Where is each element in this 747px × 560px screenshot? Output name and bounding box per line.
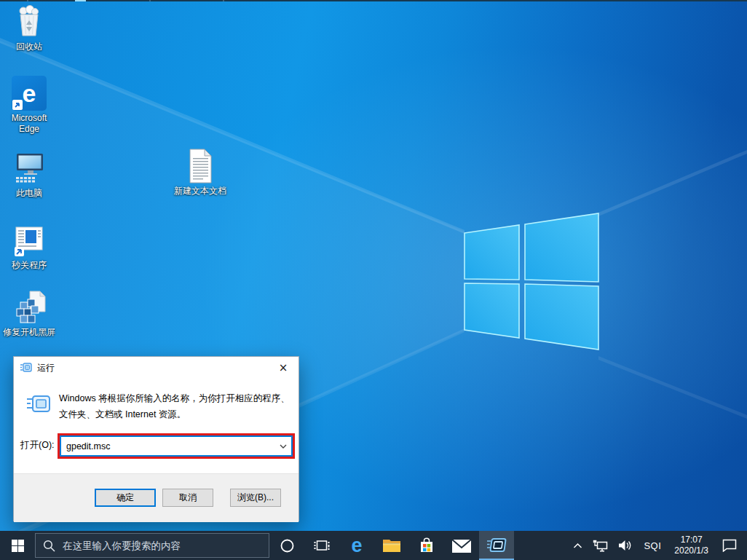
registry-icon [11,290,47,325]
mail-button[interactable] [444,531,479,560]
desktop-icon-label: 回收站 [16,42,42,52]
ime-indicator[interactable]: SQI [637,531,668,560]
run-dialog-icon [20,363,32,373]
taskbar-search[interactable] [35,533,269,558]
dialog-footer: 确定 取消 浏览(B)... [14,473,299,522]
taskbar: e [0,531,747,560]
desktop-icon-label: 此电脑 [16,188,42,199]
desktop-icon-recycle-bin[interactable]: 回收站 [0,4,58,52]
close-icon[interactable]: × [268,357,299,379]
text-document-icon [187,149,213,184]
tray-chevron-up-icon[interactable] [568,531,588,560]
task-view-icon [314,539,330,552]
run-dialog-titlebar[interactable]: 运行 × [14,357,299,379]
cortana-button[interactable] [269,531,304,560]
desktop-icon-label: 新建文本文档 [174,186,226,197]
top-window-edge [0,0,747,1]
store-button[interactable] [409,531,444,560]
red-highlight-box [58,433,295,459]
desktop-icon-label: 修复开机黑屏 [3,327,55,338]
desktop-icon-microsoft-edge[interactable]: e Microsoft Edge [0,76,58,135]
network-icon[interactable] [588,531,613,560]
run-dialog-body-icon [26,395,51,417]
search-input[interactable] [63,540,261,551]
this-pc-icon [12,151,47,186]
tray-time: 17:07 [681,535,703,545]
run-app-taskbar-button[interactable] [479,531,514,560]
desktop-icon-label: Microsoft Edge [0,113,58,135]
dialog-description: Windows 将根据你所输入的名称，为你打开相应的程序、 文件夹、文档或 In… [59,390,292,422]
run-dialog: 运行 × Windows 将根据你所输入的名称，为你打开相应的程序、 文件夹、文… [13,356,299,521]
volume-icon[interactable] [613,531,637,560]
desktop-icon-app-shortcut[interactable]: 秒关程序 [0,223,58,271]
desktop-icon-label: 秒关程序 [12,260,47,271]
start-icon [12,540,24,552]
system-tray: SQI 17:07 2020/1/3 [568,531,747,560]
cortana-icon [280,539,294,553]
dialog-title: 运行 [37,362,55,374]
edge-icon: e [12,76,47,111]
store-icon [418,537,435,554]
dropdown-chevron-icon[interactable] [275,444,291,449]
edge-taskbar-button[interactable]: e [339,531,374,560]
run-command-combobox[interactable] [60,435,293,457]
desktop-icon-text-document[interactable]: 新建文本文档 [171,149,229,197]
desktop-icon-registry-fix[interactable]: 修复开机黑屏 [0,290,58,338]
mail-icon [452,539,471,553]
app-window-icon [12,223,47,258]
browse-button[interactable]: 浏览(B)... [230,489,281,507]
edge-icon: e [351,536,362,556]
open-field-label: 打开(O): [20,439,55,451]
run-command-input[interactable] [61,441,275,451]
run-app-icon [486,537,507,553]
task-view-button[interactable] [304,531,339,560]
desktop-icon-this-pc[interactable]: 此电脑 [0,151,58,199]
cancel-button[interactable]: 取消 [162,489,213,507]
search-icon [43,540,55,552]
start-button[interactable] [0,531,35,560]
ok-button[interactable]: 确定 [95,489,156,507]
action-center-icon[interactable] [715,531,747,560]
clock[interactable]: 17:07 2020/1/3 [668,531,715,560]
recycle-bin-icon [12,4,47,39]
file-explorer-icon [382,537,401,553]
file-explorer-button[interactable] [374,531,409,560]
tray-date: 2020/1/3 [674,545,708,556]
